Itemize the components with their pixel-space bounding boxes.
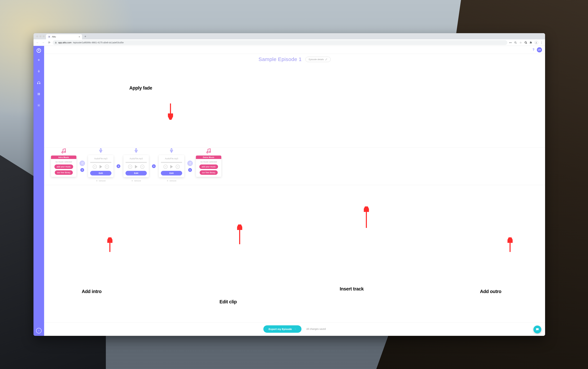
new-tab-button[interactable]: ＋ <box>83 34 88 39</box>
outro-header: Outro Music <box>196 155 221 159</box>
svg-point-21 <box>62 152 63 153</box>
remove-clip-button[interactable]: ✕ remove <box>96 180 106 182</box>
waveform[interactable] <box>126 162 147 163</box>
music-note-icon <box>196 148 221 154</box>
insert-clip-button[interactable]: + <box>80 168 84 172</box>
extensions-icon[interactable] <box>529 41 533 44</box>
alitu-logo-icon[interactable] <box>36 48 42 53</box>
svg-rect-24 <box>136 148 137 151</box>
sidebar-expand-icon[interactable] <box>36 328 41 333</box>
fade-transition-button[interactable] <box>79 161 85 166</box>
episode-canvas: Intro Music no music selected add your m… <box>44 65 545 322</box>
clip-filename: AudioFile.mp3 <box>165 157 178 160</box>
app-sidebar <box>33 46 44 336</box>
remove-clip-button[interactable]: ✕ remove <box>131 180 141 182</box>
skip-back-icon[interactable]: 30 <box>93 165 97 169</box>
insert-clip-button[interactable]: + <box>117 164 120 168</box>
edit-clip-button[interactable]: Edit <box>90 171 111 175</box>
play-icon[interactable] <box>99 165 102 168</box>
window-traffic-lights[interactable] <box>35 35 46 37</box>
nav-reload-icon[interactable]: ⟳ <box>47 40 51 45</box>
svg-point-8 <box>38 50 39 51</box>
waveform[interactable] <box>161 162 182 163</box>
annotation-apply-fade: Apply fade <box>129 85 152 91</box>
zoom-icon[interactable] <box>524 41 528 44</box>
play-icon[interactable] <box>170 165 173 168</box>
browser-toolbar: ← → ⟳ app.alitu.com/episode/1af6089c-866… <box>33 39 545 46</box>
sidebar-headphones-icon[interactable] <box>35 78 42 87</box>
arrow-insert-track <box>364 206 369 228</box>
music-note-icon <box>51 148 76 154</box>
timeline-lane: Intro Music no music selected add your m… <box>44 147 545 185</box>
close-icon: ✕ <box>96 180 98 182</box>
tab-favicon: 🎙 <box>48 35 50 38</box>
browser-window: 🎙 Alitu × ＋ ← → ⟳ app.alitu.com/episode/… <box>33 33 545 336</box>
sidebar-grid-icon[interactable] <box>35 89 42 99</box>
between-intro-clip1: + <box>79 161 85 172</box>
svg-point-6 <box>536 42 537 42</box>
clip-controls: 30 30 <box>128 165 144 169</box>
svg-rect-19 <box>39 94 40 95</box>
episode-titlebar: Sample Episode 1 Episode details <box>44 54 545 65</box>
shuffle-icon <box>81 162 84 165</box>
clip-controls: 30 30 <box>93 165 109 169</box>
sidebar-add-icon[interactable] <box>35 55 42 65</box>
annotation-edit-clip: Edit clip <box>219 299 237 305</box>
remove-label: remove <box>134 180 141 182</box>
outro-library-button[interactable]: our free library <box>200 170 218 175</box>
waveform[interactable] <box>90 162 111 163</box>
star-icon[interactable]: ☆ <box>519 41 522 44</box>
sidebar-settings-icon[interactable] <box>35 101 42 110</box>
edit-clip-button[interactable]: Edit <box>126 171 147 175</box>
remove-label: remove <box>99 180 106 182</box>
between-clip3-outro: + <box>187 161 193 172</box>
url-host: app.alitu.com <box>58 41 71 44</box>
nav-back-icon[interactable]: ← <box>35 40 40 45</box>
chat-widget-button[interactable] <box>533 326 541 333</box>
svg-point-20 <box>39 105 39 106</box>
toolbar-right: ⊶ ☆ ⋮ <box>509 41 543 44</box>
microphone-icon <box>123 147 149 153</box>
kebab-menu-icon[interactable]: ⋮ <box>540 41 543 44</box>
intro-library-button[interactable]: our free library <box>55 170 73 175</box>
insert-clip-button[interactable]: + <box>152 164 156 168</box>
fade-transition-button[interactable] <box>187 161 193 166</box>
zoom-out-icon[interactable] <box>514 41 517 44</box>
annotation-insert-track: Insert track <box>340 286 364 292</box>
sidebar-record-icon[interactable] <box>35 67 42 76</box>
svg-point-10 <box>39 51 40 52</box>
intro-add-music-button[interactable]: add your music <box>54 164 73 169</box>
outro-add-music-button[interactable]: add your music <box>199 164 218 169</box>
svg-point-4 <box>525 41 526 43</box>
skip-forward-icon[interactable]: 30 <box>140 165 144 169</box>
edit-clip-button[interactable]: Edit <box>161 171 182 175</box>
arrow-add-outro <box>508 237 513 252</box>
nav-forward-icon[interactable]: → <box>41 40 46 45</box>
help-button[interactable]: ? <box>533 48 534 51</box>
skip-back-icon[interactable]: 30 <box>163 165 167 169</box>
audio-clip-card: AudioFile.mp3 30 30 Edit ✕ remove <box>123 155 149 177</box>
browser-tab[interactable]: 🎙 Alitu × <box>46 34 82 39</box>
app-main: ? LN Sample Episode 1 Episode details <box>44 46 545 336</box>
play-icon[interactable] <box>135 165 137 168</box>
export-episode-button[interactable]: Export my Episode → <box>263 325 302 333</box>
skip-forward-icon[interactable]: 30 <box>176 165 180 169</box>
svg-rect-16 <box>38 93 39 94</box>
skip-back-icon[interactable]: 30 <box>128 165 132 169</box>
profile-icon[interactable] <box>534 41 538 44</box>
user-avatar[interactable]: LN <box>537 47 542 52</box>
svg-rect-23 <box>100 148 101 151</box>
svg-rect-18 <box>38 94 39 95</box>
tab-close-icon[interactable]: × <box>78 35 80 38</box>
insert-clip-button[interactable]: + <box>188 168 192 172</box>
episode-details-button[interactable]: Episode details <box>305 57 331 62</box>
clip-controls: 30 30 <box>163 165 180 169</box>
episode-title: Sample Episode 1 <box>259 56 302 62</box>
export-label: Export my Episode <box>268 328 292 330</box>
clip-filename: AudioFile.mp3 <box>130 157 143 160</box>
address-bar[interactable]: app.alitu.com/episode/1af6089c-8661-4175… <box>53 40 507 45</box>
arrow-add-intro <box>107 237 112 252</box>
remove-clip-button[interactable]: ✕ remove <box>167 180 176 182</box>
key-icon[interactable]: ⊶ <box>509 41 512 44</box>
skip-forward-icon[interactable]: 30 <box>105 165 109 169</box>
